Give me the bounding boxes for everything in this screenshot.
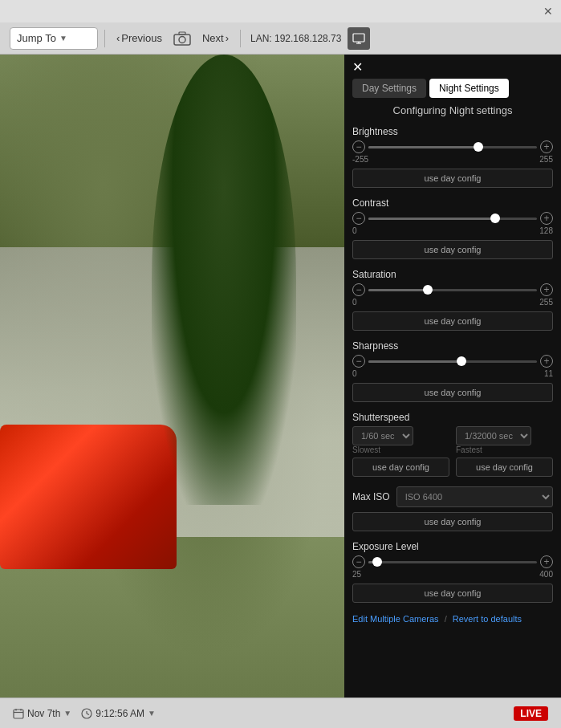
sharpness-slider-thumb[interactable] (457, 356, 466, 366)
contrast-slider-fill (368, 218, 495, 220)
panel-header: ✕ (344, 55, 561, 79)
saturation-slider-track[interactable] (368, 289, 537, 291)
slowest-speed-container: 1/60 sec Slowest (352, 426, 449, 454)
date-chevron-icon: ▼ (63, 709, 71, 718)
exposure-range-labels: 25 400 (352, 570, 553, 579)
fastest-label: Fastest (456, 445, 553, 454)
brightness-slider-row: − + (352, 140, 553, 153)
saturation-decrease-button[interactable]: − (352, 283, 365, 296)
exposure-min: 25 (352, 570, 361, 579)
calendar-icon (13, 708, 24, 719)
svg-rect-6 (14, 710, 23, 718)
brightness-slider-thumb[interactable] (474, 142, 483, 152)
brightness-use-day-button[interactable]: use day config (352, 169, 553, 188)
tree-overlay (152, 55, 296, 505)
max-iso-select[interactable]: ISO 6400 (396, 486, 553, 507)
live-badge: LIVE (514, 706, 548, 721)
shutterspeed-selects-row: 1/60 sec Slowest 1/32000 sec Fastest (352, 426, 553, 454)
panel-close-button[interactable]: ✕ (352, 61, 363, 74)
clock-icon (81, 708, 92, 719)
date-button[interactable]: Nov 7th ▼ (13, 708, 71, 719)
exposure-use-day-button[interactable]: use day config (352, 584, 553, 603)
shutterspeed-use-day-fastest-button[interactable]: use day config (456, 458, 553, 477)
svg-line-12 (87, 714, 89, 715)
tab-night-settings[interactable]: Night Settings (429, 79, 509, 98)
window-close-button[interactable]: ✕ (542, 5, 555, 18)
saturation-slider-thumb[interactable] (423, 285, 433, 295)
exposure-increase-button[interactable]: + (540, 555, 553, 568)
exposure-decrease-button[interactable]: − (352, 555, 365, 568)
contrast-decrease-button[interactable]: − (352, 212, 365, 225)
toolbar-separator (104, 30, 105, 47)
slowest-label: Slowest (352, 445, 449, 454)
svg-point-1 (179, 36, 185, 43)
settings-panel: ✕ Day Settings Night Settings Configurin… (344, 55, 561, 697)
sharpness-slider-fill (368, 360, 461, 363)
lan-address: LAN: 192.168.128.73 (250, 33, 341, 44)
sharpness-min: 0 (352, 369, 357, 378)
contrast-increase-button[interactable]: + (540, 212, 553, 225)
contrast-slider-row: − + (352, 212, 553, 225)
jump-to-label: Jump To (17, 32, 56, 44)
sharpness-increase-button[interactable]: + (540, 355, 553, 368)
time-button[interactable]: 9:12:56 AM ▼ (81, 708, 156, 719)
bottom-bar: Nov 7th ▼ 9:12:56 AM ▼ LIVE (0, 697, 561, 728)
camera-feed (0, 55, 344, 697)
max-iso-section: Max ISO ISO 6400 use day config (344, 483, 561, 538)
shutterspeed-use-day-slowest-button[interactable]: use day config (352, 458, 449, 477)
saturation-increase-button[interactable]: + (540, 283, 553, 296)
next-button[interactable]: Next › (197, 29, 234, 47)
contrast-section: Contrast − + 0 128 use day config (344, 194, 561, 266)
config-title: Configuring Night settings (344, 101, 561, 123)
slowest-speed-select[interactable]: 1/60 sec (352, 426, 413, 445)
brightness-slider-track[interactable] (368, 146, 537, 148)
monitor-icon-button[interactable] (348, 27, 370, 50)
contrast-slider-thumb[interactable] (490, 214, 500, 223)
exposure-slider-thumb[interactable] (372, 557, 382, 567)
sharpness-decrease-button[interactable]: − (352, 355, 365, 368)
svg-rect-3 (353, 34, 364, 42)
time-label: 9:12:56 AM (96, 708, 144, 719)
footer-separator: / (445, 614, 447, 624)
fastest-speed-select[interactable]: 1/32000 sec (456, 426, 531, 445)
edit-multiple-cameras-link[interactable]: Edit Multiple Cameras (352, 614, 439, 624)
brightness-section: Brightness − + -255 255 use day config (344, 123, 561, 194)
footer-links: Edit Multiple Cameras / Revert to defaul… (344, 609, 561, 630)
saturation-range-labels: 0 255 (352, 298, 553, 307)
iso-use-day-button[interactable]: use day config (352, 512, 553, 531)
brightness-decrease-button[interactable]: − (352, 140, 365, 153)
title-bar: ✕ (0, 0, 561, 22)
sharpness-slider-track[interactable] (368, 360, 537, 363)
contrast-use-day-button[interactable]: use day config (352, 240, 553, 259)
camera-icon[interactable] (170, 27, 194, 50)
saturation-max: 255 (539, 298, 553, 307)
brightness-increase-button[interactable]: + (540, 140, 553, 153)
saturation-label: Saturation (352, 269, 553, 280)
jump-to-dropdown[interactable]: Jump To ▼ (10, 27, 98, 50)
sharpness-section: Sharpness − + 0 11 use day config (344, 337, 561, 409)
previous-button[interactable]: ‹ Previous (112, 29, 167, 47)
brightness-label: Brightness (352, 126, 553, 137)
main-area: ✕ Day Settings Night Settings Configurin… (0, 55, 561, 697)
contrast-min: 0 (352, 226, 357, 235)
saturation-use-day-button[interactable]: use day config (352, 311, 553, 331)
saturation-slider-fill (368, 289, 428, 291)
sharpness-range-labels: 0 11 (352, 369, 553, 378)
sharpness-max: 11 (544, 369, 553, 378)
contrast-slider-track[interactable] (368, 218, 537, 220)
contrast-label: Contrast (352, 197, 553, 209)
revert-to-defaults-link[interactable]: Revert to defaults (453, 614, 522, 624)
sharpness-use-day-button[interactable]: use day config (352, 383, 553, 402)
max-iso-label: Max ISO (352, 491, 390, 502)
date-label: Nov 7th (27, 708, 60, 719)
sharpness-slider-row: − + (352, 355, 553, 368)
svg-rect-2 (179, 32, 185, 35)
tab-day-settings[interactable]: Day Settings (352, 79, 426, 98)
shutterspeed-label: Shutterspeed (352, 412, 553, 423)
exposure-max: 400 (539, 570, 553, 579)
brightness-slider-fill (368, 146, 478, 148)
shutterspeed-buttons-row: use day config use day config (352, 458, 553, 477)
saturation-slider-row: − + (352, 283, 553, 296)
brightness-min: -255 (352, 155, 368, 164)
exposure-slider-track[interactable] (368, 561, 537, 563)
